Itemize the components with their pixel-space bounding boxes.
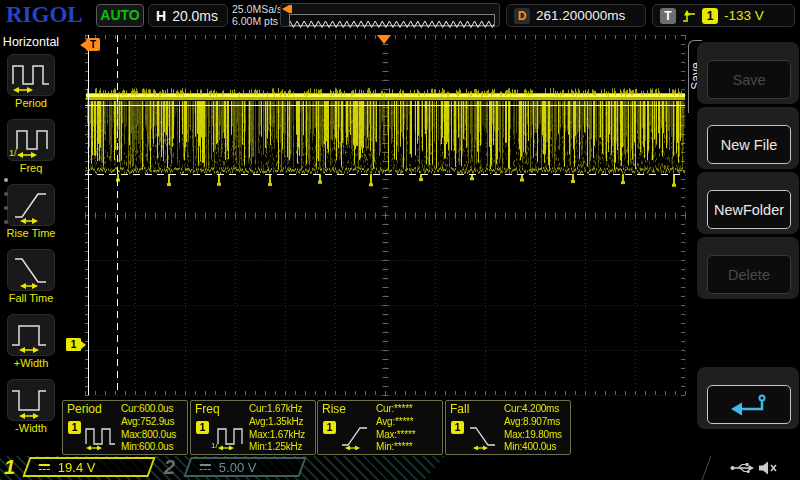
measure-max: Max:800.0us [121,429,176,442]
measure-avg: Avg:***** [376,416,415,429]
freq-wave-icon: 1/ [211,422,245,450]
delay-readout[interactable]: D 261.200000ms [506,4,646,27]
left-menu-title: Horizontal [0,35,62,49]
left-measure-menu: Horizontal Period 1/ Freq [0,30,62,456]
rising-edge-icon [682,9,696,23]
delay-value: 261.200000ms [536,8,625,23]
softkey-well: NewFolder [697,172,799,234]
measure-avg: Avg:752.9us [121,416,176,429]
dc-coupling-icon [38,463,51,471]
fall-edge-icon [8,250,54,290]
delete-button[interactable]: Delete [707,255,791,294]
right-softkey-menu: Save Save New File NewFolder Delete [686,30,800,456]
softkey-well: Save [697,42,799,104]
measure-max: Max:1.67kHz [249,429,305,442]
channel-badge: 1 [196,421,209,434]
brand-logo: RIGOL [6,2,83,28]
measure-max: Max:***** [376,429,415,442]
horizontal-timebase-readout[interactable]: H 20.0ms [148,4,228,27]
softkey-well [697,367,799,429]
svg-text:1/: 1/ [9,148,17,158]
channel-badge: 1 [323,421,336,434]
sample-rate: 25.0MSa/s [232,3,282,15]
menu-page-dot [4,206,8,210]
measure-item-rise-time[interactable]: Rise Time [0,184,62,239]
channel1-scale: 19.4 V [58,460,96,475]
softkey-well: Delete [697,237,799,299]
trigger-label: T [660,8,676,24]
preview-trigger-bar [289,5,292,13]
measure-min: Min:***** [376,441,415,454]
return-arrow-icon [727,391,771,419]
trigger-level-value: -133 V [724,8,764,23]
new-folder-button[interactable]: NewFolder [707,190,791,229]
usb-icon [729,461,755,475]
new-file-button[interactable]: New File [707,125,791,164]
channel2-number: 2 [164,456,175,479]
measure-cur: Cur:4.200ms [504,403,562,416]
memory-depth: 6.00M pts [232,15,282,27]
measure-item-period[interactable]: Period [0,54,62,109]
divider [702,456,712,480]
measure-avg: Avg:8.907ms [504,416,562,429]
horizontal-label: H [156,8,166,24]
trigger-center-marker-icon[interactable] [377,35,391,44]
channel2-block[interactable]: 5.00 V [183,457,306,477]
waveform-position-preview[interactable] [280,3,500,27]
preview-waveform [290,19,494,29]
preview-trigger-arrow-icon [282,5,289,13]
rise-edge-icon [8,185,54,225]
timebase-value: 20.0ms [172,8,218,24]
measure-min: Min:600.0us [121,441,176,454]
trigger-source-badge: 1 [702,8,718,24]
channel1-ground-marker[interactable]: 1 [66,338,81,351]
measurement-panel-freq[interactable]: Freq 1 1/ Cur:1.67kHz Avg:1.35kHz Max:1.… [190,400,316,455]
run-status-badge: AUTO [96,4,144,27]
oscilloscope-screen: RIGOL AUTO H 20.0ms 25.0MSa/s 6.00M pts … [0,0,800,480]
measure-cur: Cur:***** [376,403,415,416]
measure-min: Min:400.0us [504,441,562,454]
measure-item-pos-width[interactable]: +Width [0,314,62,369]
channel1-block[interactable]: 19.4 V [22,457,155,477]
measure-cur: Cur:1.67kHz [249,403,305,416]
measurement-panel-rise[interactable]: Rise 1 Cur:***** Avg:***** Max:***** Min… [317,400,443,455]
freq-wave-icon: 1/ [8,120,54,160]
svg-text:1/: 1/ [211,441,218,450]
acquisition-info: 25.0MSa/s 6.00M pts [232,3,282,27]
softkey-well: New File [697,107,799,169]
trigger-readout[interactable]: T 1 -133 V [652,4,795,27]
measure-item-freq[interactable]: 1/ Freq [0,119,62,174]
measurement-panel-fall[interactable]: Fall 1 Cur:4.200ms Avg:8.907ms Max:19.80… [445,400,571,455]
dc-coupling-icon [199,463,212,471]
delay-label: D [514,8,530,24]
period-wave-icon [83,422,117,450]
measure-min: Min:1.25kHz [249,441,305,454]
channel-badge: 1 [68,421,81,434]
measurement-panel-period[interactable]: Period 1 Cur:600.0us Avg:752.9us Max:800… [62,400,188,455]
negative-pulse-icon [8,380,54,420]
top-status-bar: RIGOL AUTO H 20.0ms 25.0MSa/s 6.00M pts … [0,0,800,30]
speaker-muted-icon [757,460,779,476]
measure-item-neg-width[interactable]: -Width [0,379,62,434]
measure-avg: Avg:1.35kHz [249,416,305,429]
channel-badge: 1 [451,421,464,434]
preview-window [289,14,495,26]
menu-page-dot [4,220,8,224]
trigger-position-marker[interactable]: T [86,38,100,51]
positive-pulse-icon [8,315,54,355]
waveform-plot-area: T T 1 [62,30,690,398]
save-button[interactable]: Save [707,60,791,99]
menu-page-dot [4,178,8,182]
period-wave-icon [8,55,54,95]
waveform-display[interactable] [62,30,690,398]
measure-max: Max:19.80ms [504,429,562,442]
channel-status-bar: 1 19.4 V 2 5.00 V [0,456,800,480]
measure-item-fall-time[interactable]: Fall Time [0,249,62,304]
rise-edge-icon [338,422,372,450]
menu-page-dot [4,192,8,196]
channel2-scale: 5.00 V [219,460,257,475]
measure-cur: Cur:600.0us [121,403,176,416]
channel1-number: 1 [4,456,15,479]
back-button[interactable] [707,385,791,424]
fall-edge-icon [466,422,500,450]
